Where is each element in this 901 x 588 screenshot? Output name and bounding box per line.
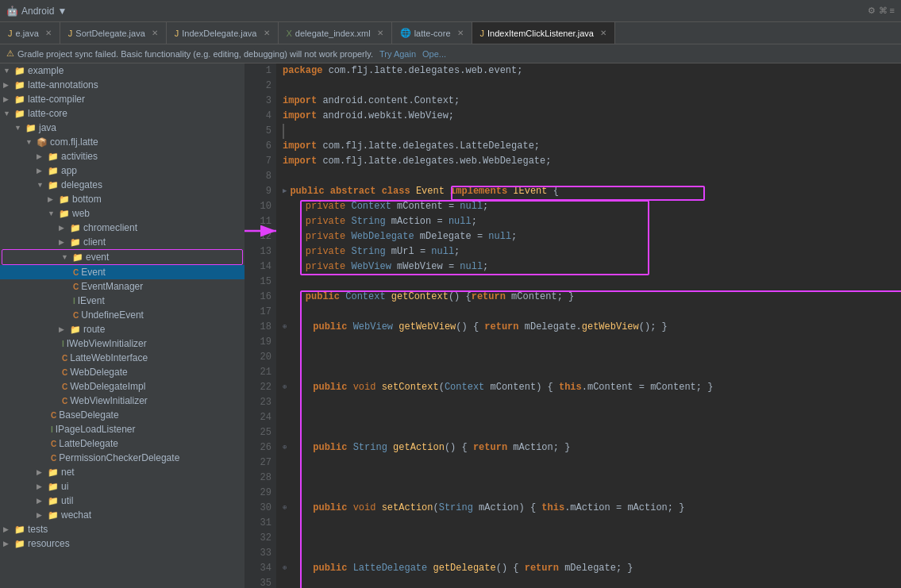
tab-icon-web: 🌐 bbox=[400, 28, 411, 38]
sidebar-item-chromeclient[interactable]: ▶ 📁 chromeclient bbox=[0, 221, 245, 235]
warning-text: Gradle project sync failed. Basic functi… bbox=[17, 49, 373, 59]
code-line-19 bbox=[283, 335, 895, 350]
code-line-17 bbox=[283, 305, 895, 320]
tab-index-item-click[interactable]: J IndexItemClickListener.java ✕ bbox=[472, 22, 615, 44]
sidebar-item-webdelegateimpl[interactable]: C WebDelegateImpl bbox=[0, 379, 245, 394]
tab-e-java[interactable]: J e.java ✕ bbox=[0, 22, 60, 44]
android-icon: 🤖 bbox=[6, 6, 18, 17]
arrow-web: ▼ bbox=[48, 209, 59, 217]
tab-delegate-xml[interactable]: X delegate_index.xml ✕ bbox=[279, 22, 392, 44]
sidebar-item-web[interactable]: ▼ 📁 web bbox=[0, 206, 245, 221]
sidebar-item-tests[interactable]: ▶ 📁 tests bbox=[0, 522, 245, 536]
sidebar-item-iwebview[interactable]: I IWebViewInitializer bbox=[0, 336, 245, 351]
code-editor[interactable]: 1 2 3 4 5 6 7 8 9 10 11 12 13 14 15 16 1… bbox=[245, 63, 901, 588]
class-icon-webdelegateimpl: C bbox=[62, 382, 67, 391]
code-line-22: ⊕ public void setContext(Context mConten… bbox=[283, 380, 895, 395]
line-25: 25 bbox=[245, 425, 271, 440]
folder-icon-net: 📁 bbox=[48, 467, 59, 478]
sidebar-item-lattedelegate[interactable]: C LatteDelegate bbox=[0, 436, 245, 451]
line-35: 35 bbox=[245, 576, 271, 588]
folder-icon-util: 📁 bbox=[48, 496, 59, 506]
sidebar-item-ui[interactable]: ▶ 📁 ui bbox=[0, 479, 245, 494]
code-line-9: ▶ public abstract class Event implements… bbox=[283, 184, 895, 199]
try-again-link[interactable]: Try Again bbox=[379, 49, 416, 59]
tab-close-6[interactable]: ✕ bbox=[600, 29, 606, 37]
sidebar-item-permissionchecker[interactable]: C PermissionCheckerDelegate bbox=[0, 451, 245, 465]
tab-icon-java3: J bbox=[175, 29, 179, 38]
sidebar-item-latte-annotations[interactable]: ▶ 📁 latte-annotations bbox=[0, 78, 245, 92]
line-7: 7 bbox=[245, 154, 271, 169]
sidebar-item-util[interactable]: ▶ 📁 util bbox=[0, 494, 245, 508]
sidebar-item-latte-compiler[interactable]: ▶ 📁 latte-compiler bbox=[0, 92, 245, 106]
code-line-4: import android.webkit.WebView; bbox=[283, 109, 895, 124]
sidebar-item-net[interactable]: ▶ 📁 net bbox=[0, 465, 245, 479]
line-2: 2 bbox=[245, 79, 271, 94]
tab-close-3[interactable]: ✕ bbox=[264, 29, 270, 37]
tab-icon-java4: J bbox=[480, 29, 485, 38]
arrow-delegates: ▼ bbox=[37, 181, 48, 189]
sidebar-item-app[interactable]: ▶ 📁 app bbox=[0, 163, 245, 178]
line-24: 24 bbox=[245, 410, 271, 425]
sidebar-item-ievent[interactable]: I IEvent bbox=[0, 294, 245, 308]
titlebar-dropdown[interactable]: ▼ bbox=[57, 6, 67, 17]
code-line-11: private String mAction = null; bbox=[283, 214, 895, 229]
sidebar-item-latte-web-interface[interactable]: C LatteWebInterface bbox=[0, 351, 245, 365]
sidebar-item-webdelegate[interactable]: C WebDelegate bbox=[0, 365, 245, 379]
sidebar-item-resources[interactable]: ▶ 📁 resources bbox=[0, 536, 245, 551]
sidebar-item-route[interactable]: ▶ 📁 route bbox=[0, 322, 245, 336]
sidebar-item-event-manager[interactable]: C EventManager bbox=[0, 279, 245, 294]
sidebar-item-activities[interactable]: ▶ 📁 activities bbox=[0, 149, 245, 163]
sidebar-item-delegates[interactable]: ▼ 📁 delegates bbox=[0, 178, 245, 192]
sidebar-item-event[interactable]: ▼ 📁 event bbox=[2, 249, 243, 265]
code-line-27 bbox=[283, 455, 895, 471]
code-line-6: import com.flj.latte.delegates.LatteDele… bbox=[283, 139, 895, 154]
sidebar-item-wechat[interactable]: ▶ 📁 wechat bbox=[0, 508, 245, 522]
line-21: 21 bbox=[245, 365, 271, 380]
sidebar-item-undefine-event[interactable]: C UndefineEvent bbox=[0, 308, 245, 322]
line-9: 9 bbox=[245, 184, 271, 199]
sidebar-item-webviewinitializer[interactable]: C WebViewInitializer bbox=[0, 394, 245, 408]
sidebar-item-event-class[interactable]: C Event bbox=[0, 265, 245, 279]
code-line-20 bbox=[283, 350, 895, 365]
sidebar-item-client[interactable]: ▶ 📁 client bbox=[0, 235, 245, 249]
code-line-33 bbox=[283, 546, 895, 561]
tab-close-4[interactable]: ✕ bbox=[377, 29, 383, 37]
sidebar-item-java[interactable]: ▼ 📁 java bbox=[0, 121, 245, 135]
folder-icon-route: 📁 bbox=[70, 325, 81, 335]
code-line-30: ⊕ public void setAction(String mAction) … bbox=[283, 501, 895, 516]
line-27: 27 bbox=[245, 455, 271, 471]
code-line-34: ⊕ public LatteDelegate getDelegate() { r… bbox=[283, 561, 895, 576]
code-line-31 bbox=[283, 516, 895, 531]
line-18: 18 bbox=[245, 320, 271, 335]
arrow-package: ▼ bbox=[25, 138, 37, 146]
tab-close-2[interactable]: ✕ bbox=[152, 29, 158, 37]
tab-close-5[interactable]: ✕ bbox=[457, 29, 464, 37]
code-lines[interactable]: package com.flj.latte.delegates.web.even… bbox=[276, 63, 901, 588]
folder-icon-tests: 📁 bbox=[14, 525, 25, 535]
sidebar-item-bottom[interactable]: ▶ 📁 bottom bbox=[0, 192, 245, 206]
sidebar-item-example[interactable]: ▼ 📁 example bbox=[0, 63, 245, 78]
package-icon: 📦 bbox=[37, 137, 48, 148]
line-22: 22 bbox=[245, 380, 271, 395]
sidebar: ▼ 📁 example ▶ 📁 latte-annotations ▶ 📁 la… bbox=[0, 63, 245, 588]
sidebar-item-basedelegate[interactable]: C BaseDelegate bbox=[0, 408, 245, 422]
tab-close[interactable]: ✕ bbox=[45, 29, 52, 37]
folder-icon-ui: 📁 bbox=[48, 482, 59, 492]
code-line-18: ⊕ public WebView getWebView() { return m… bbox=[283, 320, 895, 335]
sidebar-item-ipageload[interactable]: I IPageLoadListener bbox=[0, 422, 245, 436]
tab-index-delegate[interactable]: J IndexDelegate.java ✕ bbox=[167, 22, 279, 44]
folder-icon-client: 📁 bbox=[70, 237, 81, 248]
code-line-35 bbox=[283, 576, 895, 588]
main-area: ▼ 📁 example ▶ 📁 latte-annotations ▶ 📁 la… bbox=[0, 63, 901, 588]
line-19: 19 bbox=[245, 335, 271, 350]
line-20: 20 bbox=[245, 350, 271, 365]
sidebar-item-package[interactable]: ▼ 📦 com.flj.latte bbox=[0, 135, 245, 149]
arrow-tests: ▶ bbox=[3, 525, 14, 533]
titlebar-controls: ⚙ ⌘ ≡ bbox=[868, 6, 895, 16]
tab-sort-delegate[interactable]: J SortDelegate.java ✕ bbox=[60, 22, 167, 44]
sidebar-item-latte-core[interactable]: ▼ 📁 latte-core bbox=[0, 106, 245, 121]
open-link[interactable]: Ope... bbox=[422, 49, 446, 59]
line-15: 15 bbox=[245, 275, 271, 290]
tab-latte-core[interactable]: 🌐 latte-core ✕ bbox=[392, 22, 472, 44]
code-line-10: private Context mContent = null; bbox=[283, 199, 895, 214]
